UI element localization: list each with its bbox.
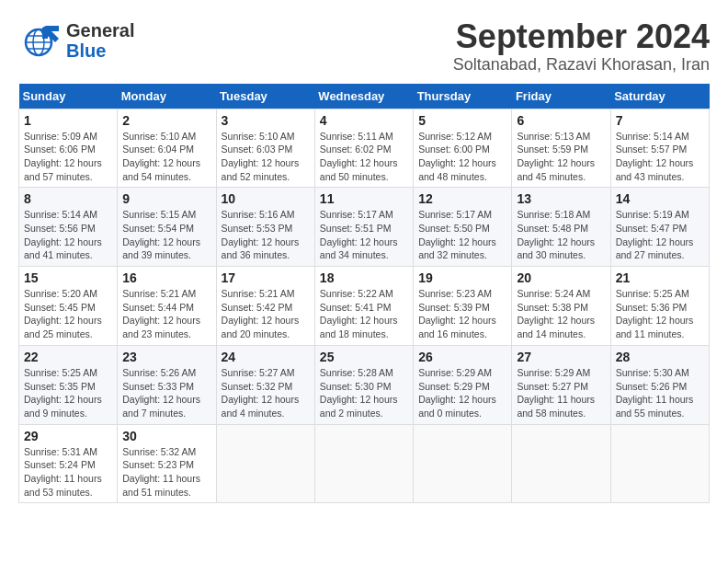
calendar-day: 1Sunrise: 5:09 AM Sunset: 6:06 PM Daylig… — [19, 109, 118, 188]
day-details: Sunrise: 5:29 AM Sunset: 5:27 PM Dayligh… — [517, 366, 605, 420]
day-number: 20 — [517, 270, 605, 285]
calendar-day: 10Sunrise: 5:16 AM Sunset: 5:53 PM Dayli… — [216, 188, 314, 267]
day-number: 14 — [616, 191, 704, 206]
calendar-day — [314, 424, 413, 503]
calendar-day: 14Sunrise: 5:19 AM Sunset: 5:47 PM Dayli… — [610, 188, 709, 267]
day-number: 1 — [24, 113, 112, 128]
day-number: 16 — [122, 270, 210, 285]
day-number: 28 — [616, 350, 704, 364]
calendar-day: 12Sunrise: 5:17 AM Sunset: 5:50 PM Dayli… — [414, 188, 512, 267]
calendar-header-row: SundayMondayTuesdayWednesdayThursdayFrid… — [19, 84, 710, 109]
day-number: 30 — [122, 429, 210, 443]
day-header-sunday: Sunday — [19, 84, 118, 109]
calendar-day: 7Sunrise: 5:14 AM Sunset: 5:57 PM Daylig… — [610, 109, 709, 188]
day-number: 26 — [418, 350, 506, 364]
calendar-day: 21Sunrise: 5:25 AM Sunset: 5:36 PM Dayli… — [610, 267, 709, 346]
day-number: 21 — [616, 270, 704, 285]
calendar-day — [216, 424, 314, 503]
calendar-day: 15Sunrise: 5:20 AM Sunset: 5:45 PM Dayli… — [19, 267, 118, 346]
day-details: Sunrise: 5:12 AM Sunset: 6:00 PM Dayligh… — [418, 130, 506, 184]
calendar-day: 29Sunrise: 5:31 AM Sunset: 5:24 PM Dayli… — [19, 424, 118, 503]
calendar-day: 18Sunrise: 5:22 AM Sunset: 5:41 PM Dayli… — [314, 267, 413, 346]
day-number: 3 — [222, 113, 310, 128]
day-details: Sunrise: 5:14 AM Sunset: 5:56 PM Dayligh… — [24, 208, 112, 262]
location-subtitle: Soltanabad, Razavi Khorasan, Iran — [453, 55, 710, 75]
day-header-saturday: Saturday — [610, 84, 709, 109]
calendar-day: 5Sunrise: 5:12 AM Sunset: 6:00 PM Daylig… — [414, 109, 512, 188]
day-header-thursday: Thursday — [414, 84, 512, 109]
day-details: Sunrise: 5:21 AM Sunset: 5:42 PM Dayligh… — [222, 287, 310, 341]
day-details: Sunrise: 5:25 AM Sunset: 5:35 PM Dayligh… — [24, 366, 112, 420]
calendar-week-3: 15Sunrise: 5:20 AM Sunset: 5:45 PM Dayli… — [19, 267, 710, 346]
day-number: 17 — [222, 270, 310, 285]
day-number: 12 — [418, 191, 506, 206]
calendar-day: 4Sunrise: 5:11 AM Sunset: 6:02 PM Daylig… — [314, 109, 413, 188]
day-details: Sunrise: 5:19 AM Sunset: 5:47 PM Dayligh… — [616, 208, 704, 262]
day-number: 22 — [24, 350, 112, 364]
day-number: 11 — [320, 191, 408, 206]
day-details: Sunrise: 5:10 AM Sunset: 6:04 PM Dayligh… — [122, 130, 210, 184]
day-details: Sunrise: 5:32 AM Sunset: 5:23 PM Dayligh… — [122, 445, 210, 500]
day-details: Sunrise: 5:29 AM Sunset: 5:29 PM Dayligh… — [418, 366, 506, 420]
calendar-table: SundayMondayTuesdayWednesdayThursdayFrid… — [18, 84, 710, 504]
day-details: Sunrise: 5:26 AM Sunset: 5:33 PM Dayligh… — [122, 366, 210, 420]
day-header-monday: Monday — [118, 84, 216, 109]
calendar-day: 23Sunrise: 5:26 AM Sunset: 5:33 PM Dayli… — [118, 345, 216, 424]
day-number: 2 — [122, 113, 210, 128]
day-details: Sunrise: 5:30 AM Sunset: 5:26 PM Dayligh… — [616, 366, 704, 420]
day-header-friday: Friday — [512, 84, 610, 109]
calendar-day: 6Sunrise: 5:13 AM Sunset: 5:59 PM Daylig… — [512, 109, 610, 188]
calendar-day: 24Sunrise: 5:27 AM Sunset: 5:32 PM Dayli… — [216, 345, 314, 424]
calendar-day: 20Sunrise: 5:24 AM Sunset: 5:38 PM Dayli… — [512, 267, 610, 346]
calendar-day: 9Sunrise: 5:15 AM Sunset: 5:54 PM Daylig… — [118, 188, 216, 267]
calendar-day: 17Sunrise: 5:21 AM Sunset: 5:42 PM Dayli… — [216, 267, 314, 346]
day-header-wednesday: Wednesday — [314, 84, 413, 109]
calendar-day: 11Sunrise: 5:17 AM Sunset: 5:51 PM Dayli… — [314, 188, 413, 267]
day-details: Sunrise: 5:31 AM Sunset: 5:24 PM Dayligh… — [24, 445, 112, 500]
day-details: Sunrise: 5:21 AM Sunset: 5:44 PM Dayligh… — [122, 287, 210, 341]
day-number: 15 — [24, 270, 112, 285]
day-number: 19 — [418, 270, 506, 285]
calendar-day: 8Sunrise: 5:14 AM Sunset: 5:56 PM Daylig… — [19, 188, 118, 267]
day-details: Sunrise: 5:16 AM Sunset: 5:53 PM Dayligh… — [222, 208, 310, 262]
day-details: Sunrise: 5:23 AM Sunset: 5:39 PM Dayligh… — [418, 287, 506, 341]
day-details: Sunrise: 5:17 AM Sunset: 5:50 PM Dayligh… — [418, 208, 506, 262]
day-number: 13 — [517, 191, 605, 206]
calendar-day: 30Sunrise: 5:32 AM Sunset: 5:23 PM Dayli… — [118, 424, 216, 503]
calendar-day: 26Sunrise: 5:29 AM Sunset: 5:29 PM Dayli… — [414, 345, 512, 424]
day-number: 6 — [517, 113, 605, 128]
calendar-week-5: 29Sunrise: 5:31 AM Sunset: 5:24 PM Dayli… — [19, 424, 710, 503]
calendar-day: 27Sunrise: 5:29 AM Sunset: 5:27 PM Dayli… — [512, 345, 610, 424]
day-number: 10 — [222, 191, 310, 206]
day-number: 8 — [24, 191, 112, 206]
calendar-day: 28Sunrise: 5:30 AM Sunset: 5:26 PM Dayli… — [610, 345, 709, 424]
day-details: Sunrise: 5:11 AM Sunset: 6:02 PM Dayligh… — [320, 130, 408, 184]
day-number: 4 — [320, 113, 408, 128]
calendar-week-1: 1Sunrise: 5:09 AM Sunset: 6:06 PM Daylig… — [19, 109, 710, 188]
day-details: Sunrise: 5:15 AM Sunset: 5:54 PM Dayligh… — [122, 208, 210, 262]
logo-icon — [18, 18, 63, 63]
logo-text: General Blue — [66, 20, 134, 61]
day-details: Sunrise: 5:09 AM Sunset: 6:06 PM Dayligh… — [24, 130, 112, 184]
calendar-day: 19Sunrise: 5:23 AM Sunset: 5:39 PM Dayli… — [414, 267, 512, 346]
day-details: Sunrise: 5:10 AM Sunset: 6:03 PM Dayligh… — [222, 130, 310, 184]
header: General Blue September 2024 Soltanabad, … — [18, 18, 710, 75]
day-details: Sunrise: 5:20 AM Sunset: 5:45 PM Dayligh… — [24, 287, 112, 341]
day-number: 24 — [222, 350, 310, 364]
day-details: Sunrise: 5:28 AM Sunset: 5:30 PM Dayligh… — [320, 366, 408, 420]
calendar-day: 16Sunrise: 5:21 AM Sunset: 5:44 PM Dayli… — [118, 267, 216, 346]
calendar-day — [610, 424, 709, 503]
day-number: 23 — [122, 350, 210, 364]
day-number: 7 — [616, 113, 704, 128]
month-year-title: September 2024 — [453, 18, 710, 55]
title-area: September 2024 Soltanabad, Razavi Khoras… — [453, 18, 710, 75]
calendar-week-2: 8Sunrise: 5:14 AM Sunset: 5:56 PM Daylig… — [19, 188, 710, 267]
day-header-tuesday: Tuesday — [216, 84, 314, 109]
logo: General Blue — [18, 18, 134, 63]
day-number: 18 — [320, 270, 408, 285]
day-details: Sunrise: 5:13 AM Sunset: 5:59 PM Dayligh… — [517, 130, 605, 184]
day-details: Sunrise: 5:27 AM Sunset: 5:32 PM Dayligh… — [222, 366, 310, 420]
calendar-day: 3Sunrise: 5:10 AM Sunset: 6:03 PM Daylig… — [216, 109, 314, 188]
day-number: 29 — [24, 429, 112, 443]
calendar-week-4: 22Sunrise: 5:25 AM Sunset: 5:35 PM Dayli… — [19, 345, 710, 424]
